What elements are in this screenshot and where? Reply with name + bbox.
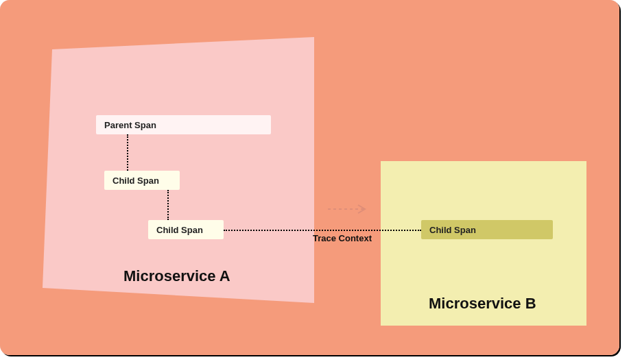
child-span-b-box: Child Span bbox=[421, 220, 553, 239]
connector-parent-to-child1 bbox=[127, 134, 128, 171]
child-span-a2-box: Child Span bbox=[148, 220, 224, 239]
service-a-title: Microservice A bbox=[123, 267, 230, 285]
connector-child2-to-serviceb bbox=[224, 230, 421, 231]
child-span-a1-box: Child Span bbox=[104, 171, 180, 190]
diagram-canvas: Parent Span Child Span Child Span Child … bbox=[0, 0, 619, 355]
child-span-a1-label: Child Span bbox=[112, 175, 159, 186]
service-b-title: Microservice B bbox=[429, 295, 536, 313]
parent-span-box: Parent Span bbox=[96, 115, 271, 134]
child-span-a2-label: Child Span bbox=[156, 225, 203, 235]
trace-context-label: Trace Context bbox=[313, 233, 372, 243]
service-a-shape bbox=[43, 37, 314, 303]
child-span-b-label: Child Span bbox=[429, 225, 476, 235]
parent-span-label: Parent Span bbox=[104, 120, 156, 130]
connector-child1-to-child2 bbox=[167, 190, 169, 220]
